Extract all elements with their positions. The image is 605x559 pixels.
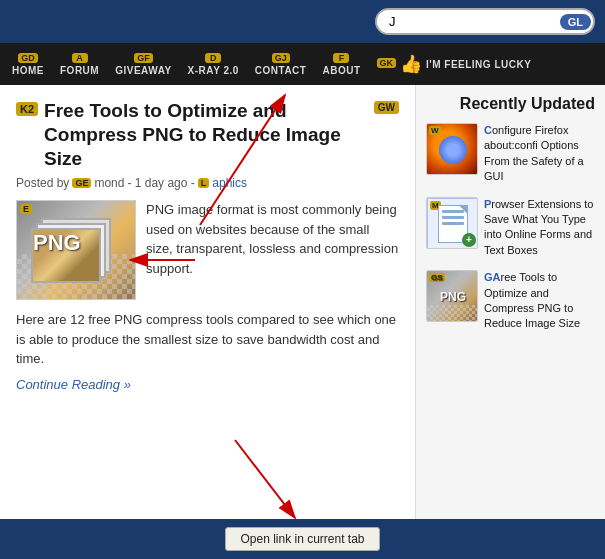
nav-item-xray[interactable]: D X-RAY 2.0	[180, 49, 247, 80]
e-badge: E	[20, 204, 32, 214]
ge-badge: GE	[72, 178, 91, 188]
l-badge: L	[198, 178, 210, 188]
nav-label-about: ABOUT	[322, 65, 360, 76]
article-body: E PNG PNG image format is most commonly …	[16, 200, 399, 300]
sidebar-item-firefox[interactable]: W Configure Firefox about:confi Options …	[426, 123, 595, 185]
top-search-bar: GL	[0, 0, 605, 43]
search-wrapper: GL	[375, 8, 595, 35]
meta-time: - 1 day ago -	[127, 176, 194, 190]
firefox-globe	[439, 136, 467, 164]
c-badge-inline: C	[484, 124, 492, 136]
article-excerpt: PNG image format is most commonly being …	[146, 200, 399, 300]
continue-reading-link[interactable]: Continue Reading »	[16, 377, 131, 392]
search-button[interactable]: GL	[560, 14, 591, 30]
nav-badge-xray: D	[205, 53, 221, 63]
main-content: K2 Free Tools to Optimize and Compress P…	[0, 85, 605, 559]
gs-badge: GS	[429, 273, 445, 282]
sidebar-item-1-text: onfigure Firefox about:confi Options Fro…	[484, 124, 584, 182]
nav-bar: GD HOME A FORUM GF GIVEAWAY D X-RAY 2.0 …	[0, 43, 605, 85]
nav-label-forum: FORUM	[60, 65, 99, 76]
sidebar: Recently Updated W Configure Firefox abo…	[415, 85, 605, 559]
w-badge: W	[429, 126, 441, 135]
ga-badge-inline: GA	[484, 271, 501, 283]
article-full-text: Here are 12 free PNG compress tools comp…	[16, 310, 399, 369]
nav-badge-contact: GJ	[272, 53, 290, 63]
sidebar-thumb-doc: M +	[426, 197, 478, 249]
sidebar-thumb-png: GS PNG	[426, 270, 478, 322]
author-rest: mond	[94, 176, 124, 190]
gw-badge-wrapper: GW	[374, 99, 399, 114]
doc-line-2	[442, 216, 464, 219]
png-checkerboard	[427, 305, 478, 322]
png-label: PNG	[33, 230, 81, 255]
sidebar-title: Recently Updated	[426, 95, 595, 113]
doc-line-1	[442, 210, 464, 213]
sidebar-thumb-firefox: W	[426, 123, 478, 175]
sidebar-text-firefox: Configure Firefox about:confi Options Fr…	[484, 123, 595, 185]
bottom-bar: Open link in current tab	[0, 519, 605, 559]
article-title-row: K2 Free Tools to Optimize and Compress P…	[16, 99, 399, 170]
nav-label-contact: CONTACT	[255, 65, 307, 76]
sidebar-text-png: GAree Tools to Optimize and Compress PNG…	[484, 270, 595, 332]
nav-item-about[interactable]: F ABOUT	[314, 49, 368, 80]
meta-posted-by: Posted by	[16, 176, 69, 190]
article-area: K2 Free Tools to Optimize and Compress P…	[0, 85, 415, 559]
nav-badge-lucky: GK	[377, 58, 397, 68]
nav-label-xray: X-RAY 2.0	[188, 65, 239, 76]
nav-label-lucky: I'M FEELING LUCKY	[426, 59, 531, 70]
nav-badge-home: GD	[18, 53, 38, 63]
nav-badge-giveaway: GF	[134, 53, 153, 63]
nav-label-giveaway: GIVEAWAY	[115, 65, 171, 76]
article-thumbnail: E PNG	[16, 200, 136, 300]
plus-badge: +	[462, 233, 476, 247]
firefox-icon: W	[427, 124, 478, 175]
category-link[interactable]: aphics	[212, 176, 247, 190]
sidebar-text-browser: Prowser Extensions to Save What You Type…	[484, 197, 595, 259]
stack-card-3: PNG	[31, 228, 101, 283]
nav-badge-forum: A	[72, 53, 88, 63]
nav-item-home[interactable]: GD HOME	[4, 49, 52, 80]
sidebar-item-browser-ext[interactable]: M + Prowser Extensions to Save What You …	[426, 197, 595, 259]
nav-item-forum[interactable]: A FORUM	[52, 49, 107, 80]
thumb-stack: PNG	[31, 218, 121, 293]
thumbs-up-icon: 👍	[400, 53, 422, 75]
sidebar-item-2-text: rowser Extensions to Save What You Type …	[484, 198, 593, 256]
nav-item-contact[interactable]: GJ CONTACT	[247, 49, 315, 80]
document-icon: M +	[427, 198, 478, 249]
gw-badge: GW	[374, 101, 399, 114]
open-link-button[interactable]: Open link in current tab	[225, 527, 379, 551]
k-badge: K2	[16, 102, 38, 116]
png-thumb-icon: GS PNG	[427, 271, 478, 322]
png-thumb-text: PNG	[440, 290, 466, 304]
article-title: Free Tools to Optimize and Compress PNG …	[44, 99, 364, 170]
nav-item-giveaway[interactable]: GF GIVEAWAY	[107, 49, 179, 80]
article-meta: Posted by GEmond - 1 day ago - Laphics	[16, 176, 399, 190]
nav-item-feeling-lucky[interactable]: GK 👍 I'M FEELING LUCKY	[369, 49, 540, 79]
sidebar-item-png[interactable]: GS PNG GAree Tools to Optimize and Compr…	[426, 270, 595, 332]
nav-label-home: HOME	[12, 65, 44, 76]
doc-line-3	[442, 222, 464, 225]
nav-badge-about: F	[333, 53, 349, 63]
